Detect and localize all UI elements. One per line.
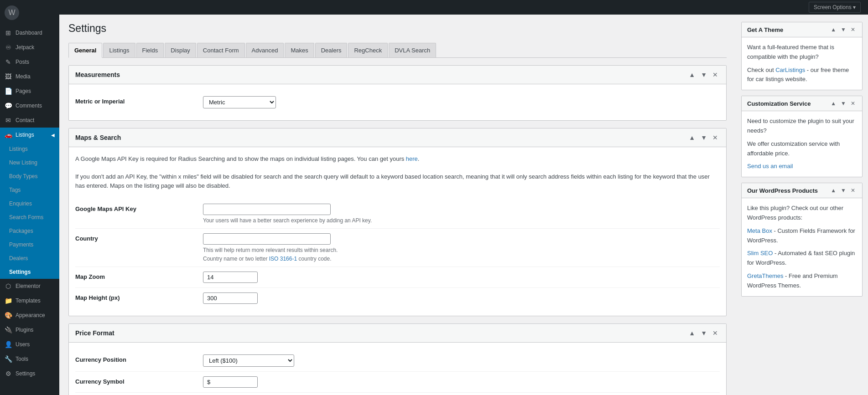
sidebar-item-templates[interactable]: 📁 Templates [0,293,59,308]
tab-makes[interactable]: Makes [285,43,314,57]
currency-symbol-input[interactable] [203,376,258,388]
maps-close-button[interactable]: ✕ [711,133,720,142]
sidebar-submenu-settings[interactable]: Settings [0,265,59,279]
tab-dealers[interactable]: Dealers [315,43,348,57]
get-a-theme-widget: Get A Theme ▲ ▼ ✕ Want a full-featured t… [741,22,863,90]
sidebar-item-listings[interactable]: 🚗 Listings ◀ [0,128,59,142]
wp-products-down-button[interactable]: ▼ [839,187,847,194]
sidebar: W ⊞ Dashboard ♾ Jetpack ✎ Posts 🖼 Media … [0,0,59,395]
tab-contact-form[interactable]: Contact Form [197,43,245,57]
sidebar-item-jetpack[interactable]: ♾ Jetpack [0,40,59,55]
screen-options-button[interactable]: Screen Options ▾ [809,2,861,13]
sidebar-item-appearance[interactable]: 🎨 Appearance [0,308,59,323]
sidebar-submenu-packages[interactable]: Packages [0,224,59,238]
metric-imperial-row: Metric or Imperial Metric Imperial [75,92,720,113]
wordpress-products-body: Like this plugin? Check out our other Wo… [742,198,862,296]
sidebar-submenu-listings[interactable]: Listings [0,142,59,156]
get-a-theme-up-button[interactable]: ▲ [829,26,837,33]
sidebar-item-tools[interactable]: 🔧 Tools [0,352,59,366]
tab-advanced[interactable]: Advanced [246,43,284,57]
metric-imperial-field: Metric Imperial [203,96,720,108]
maps-collapse-down-button[interactable]: ▼ [699,133,709,142]
maps-info-text-2: If you don't add an API Key, the "within… [75,172,720,195]
get-a-theme-down-button[interactable]: ▼ [839,26,847,33]
tools-icon: 🔧 [5,355,12,363]
slimseo-link[interactable]: Slim SEO [747,250,773,256]
sidebar-item-comments[interactable]: 💬 Comments [0,98,59,113]
customization-text-1: Need to customize the plugin to suit you… [747,117,857,136]
customization-widget: Customization Service ▲ ▼ ✕ Need to cust… [741,96,863,177]
sidebar-item-users[interactable]: 👤 Users [0,337,59,352]
sidebar-submenu-search-forms[interactable]: Search Forms [0,210,59,224]
measurements-close-button[interactable]: ✕ [711,70,720,79]
sidebar-item-posts[interactable]: ✎ Posts [0,55,59,69]
get-a-theme-prefix: Check out [747,67,775,73]
maps-search-controls: ▲ ▼ ✕ [687,133,720,142]
users-icon: 👤 [5,341,12,348]
measurements-title: Measurements [75,71,120,78]
country-input[interactable] [203,233,331,245]
map-height-input[interactable] [203,292,258,304]
thousand-separator-row: Thousand Separator [75,393,720,395]
price-close-button[interactable]: ✕ [711,328,720,338]
metric-imperial-select[interactable]: Metric Imperial [203,96,276,108]
tab-fields[interactable]: Fields [136,43,164,57]
metabox-link[interactable]: Meta Box [747,227,772,234]
maps-search-header: Maps & Search ▲ ▼ ✕ [69,128,726,147]
get-a-theme-close-button[interactable]: ✕ [849,26,857,33]
tab-general[interactable]: General [68,43,102,58]
map-height-field [203,292,720,304]
sidebar-item-contact[interactable]: ✉ Contact [0,113,59,128]
send-email-link[interactable]: Send us an email [747,163,793,169]
country-hint-1: This will help return more relevant resu… [203,247,720,253]
wp-products-up-button[interactable]: ▲ [829,187,837,194]
sidebar-logo: W [0,0,59,26]
measurements-collapse-up-button[interactable]: ▲ [687,70,697,79]
sidebar-submenu-new-listing[interactable]: New Listing [0,156,59,169]
carlistings-link[interactable]: CarListings [775,67,805,73]
map-zoom-field [203,272,720,283]
maps-api-key-link[interactable]: here [406,155,418,162]
sidebar-submenu-tags[interactable]: Tags [0,183,59,197]
price-collapse-up-button[interactable]: ▲ [687,328,697,338]
customization-controls: ▲ ▼ ✕ [829,100,857,107]
google-maps-api-key-input[interactable] [203,204,331,215]
price-collapse-down-button[interactable]: ▼ [699,328,709,338]
maps-search-body: A Google Maps API Key is required for Ra… [69,147,726,316]
tab-regcheck[interactable]: RegCheck [348,43,388,57]
map-height-label: Map Height (px) [75,292,203,301]
sidebar-item-plugins[interactable]: 🔌 Plugins [0,323,59,337]
currency-position-field: Left ($100) Right ($100) Left with space… [203,354,720,367]
wp-products-close-button[interactable]: ✕ [849,187,857,194]
sidebar-submenu-dealers[interactable]: Dealers [0,251,59,265]
currency-position-select[interactable]: Left ($100) Right ($100) Left with space… [203,354,294,367]
price-format-controls: ▲ ▼ ✕ [687,328,720,338]
sidebar-item-pages[interactable]: 📄 Pages [0,84,59,98]
customization-body: Need to customize the plugin to suit you… [742,111,862,177]
settings-tabs: General Listings Fields Display Contact … [68,43,727,58]
map-zoom-input[interactable] [203,272,258,283]
tab-dvla-search[interactable]: DVLA Search [389,43,436,57]
get-a-theme-controls: ▲ ▼ ✕ [829,26,857,33]
tab-display[interactable]: Display [165,43,196,57]
sidebar-item-media[interactable]: 🖼 Media [0,69,59,84]
customization-down-button[interactable]: ▼ [839,100,847,107]
elementor-icon: ⬡ [5,282,12,290]
sidebar-submenu-payments[interactable]: Payments [0,238,59,251]
maps-collapse-up-button[interactable]: ▲ [687,133,697,142]
country-label: Country [75,233,203,242]
sidebar-item-settings[interactable]: ⚙ Settings [0,366,59,381]
google-maps-api-key-field: Your users will have a better search exp… [203,204,720,224]
sidebar-item-dashboard[interactable]: ⊞ Dashboard [0,26,59,40]
sidebar-submenu-enquiries[interactable]: Enquiries [0,197,59,210]
sidebar-item-elementor[interactable]: ⬡ Elementor [0,279,59,293]
sidebar-submenu-body-types[interactable]: Body Types [0,169,59,183]
iso-3166-link[interactable]: ISO 3166-1 [269,256,297,262]
top-bar: Screen Options ▾ [59,0,868,15]
customization-close-button[interactable]: ✕ [849,100,857,107]
measurements-collapse-down-button[interactable]: ▼ [699,70,709,79]
contact-icon: ✉ [5,117,12,124]
gretathemes-link[interactable]: GretaThemes [747,272,783,279]
customization-up-button[interactable]: ▲ [829,100,837,107]
tab-listings[interactable]: Listings [103,43,135,57]
